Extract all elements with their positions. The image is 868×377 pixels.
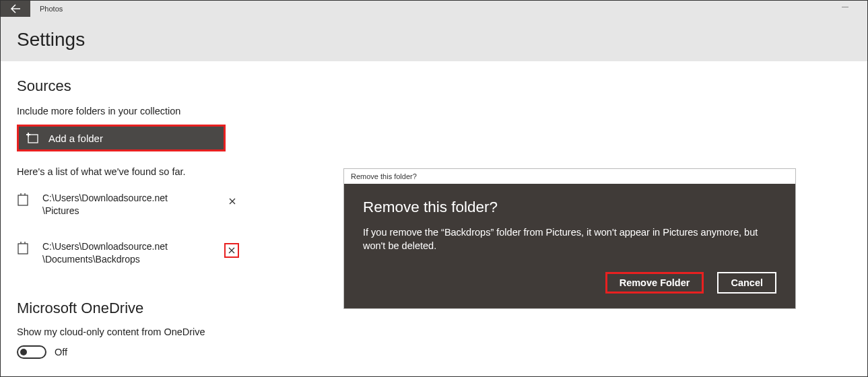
- app-title: Photos: [40, 5, 63, 13]
- remove-folder-confirm-button[interactable]: Remove Folder: [605, 272, 704, 294]
- app-window: Photos Settings Sources Include more fol…: [0, 0, 868, 377]
- folder-icon: [17, 242, 30, 258]
- sources-heading: Sources: [17, 77, 867, 95]
- dialog-message: If you remove the “Backdrops” folder fro…: [363, 226, 776, 253]
- title-bar: Photos: [1, 1, 867, 17]
- dialog-heading: Remove this folder?: [363, 199, 776, 216]
- remove-folder-button[interactable]: [224, 243, 239, 258]
- folder-item: C:\Users\Downloadsource.net\Documents\Ba…: [17, 236, 239, 270]
- back-arrow-icon: [10, 4, 21, 13]
- svg-rect-1: [18, 195, 28, 205]
- folder-path: C:\Users\Downloadsource.net\Documents\Ba…: [42, 240, 224, 266]
- onedrive-toggle-row: Off: [17, 345, 867, 359]
- dialog-body: Remove this folder? If you remove the “B…: [344, 184, 795, 308]
- remove-folder-button[interactable]: [226, 195, 239, 208]
- toggle-state-label: Off: [55, 347, 67, 357]
- onedrive-hint: Show my cloud-only content from OneDrive: [17, 327, 867, 337]
- minimize-button[interactable]: [842, 7, 848, 7]
- dialog-bar-text: Remove this folder?: [351, 172, 417, 180]
- sources-hint: Include more folders in your collection: [17, 106, 867, 116]
- add-folder-icon: [26, 132, 39, 144]
- onedrive-toggle[interactable]: [17, 345, 46, 359]
- close-icon: [229, 198, 236, 205]
- dialog-title-bar: Remove this folder?: [344, 169, 795, 184]
- dialog-actions: Remove Folder Cancel: [363, 272, 776, 294]
- page-title: Settings: [17, 29, 867, 50]
- folder-item: C:\Users\Downloadsource.net\Pictures: [17, 188, 239, 221]
- svg-rect-0: [28, 135, 38, 143]
- cancel-button[interactable]: Cancel: [717, 272, 776, 294]
- folder-icon: [17, 193, 30, 209]
- close-icon: [228, 247, 235, 254]
- folder-path: C:\Users\Downloadsource.net\Pictures: [42, 192, 226, 217]
- toggle-knob: [20, 349, 27, 355]
- add-folder-button[interactable]: Add a folder: [17, 125, 226, 151]
- remove-folder-dialog: Remove this folder? Remove this folder? …: [343, 168, 796, 309]
- add-folder-label: Add a folder: [48, 133, 103, 144]
- page-header: Settings: [1, 17, 867, 61]
- svg-rect-2: [18, 244, 28, 254]
- back-button[interactable]: [1, 1, 30, 17]
